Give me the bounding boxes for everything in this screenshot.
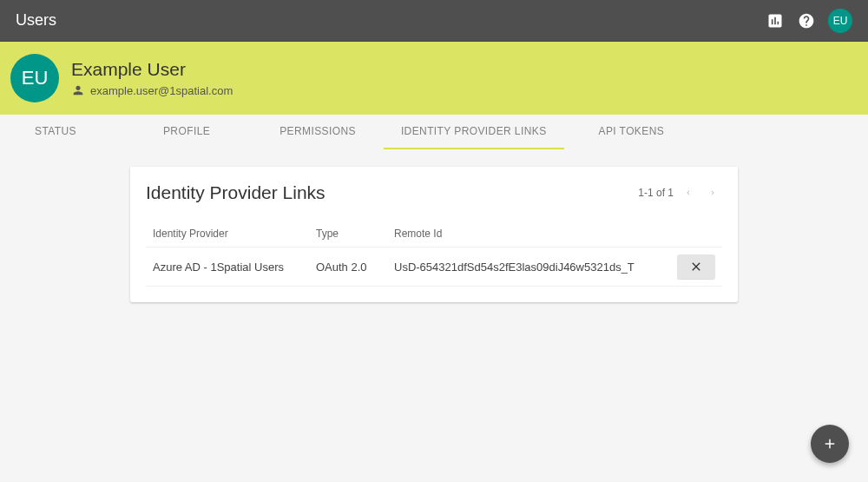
tab-status[interactable]: STATUS [17,115,94,149]
tab-identity-provider-links[interactable]: IDENTITY PROVIDER LINKS [384,115,564,149]
user-info: Example User example.user@1spatial.com [71,59,233,97]
tabs: STATUS PROFILE PERMISSIONS IDENTITY PROV… [0,115,868,149]
cell-remote-id: UsD-654321dfSd54s2fE3las09diJ46w5321ds_T [394,261,670,274]
user-name: Example User [71,59,233,80]
topbar-actions: EU [766,9,852,33]
pagination-text: 1-1 of 1 [638,187,674,199]
prev-page-button[interactable] [679,183,698,202]
content: Identity Provider Links 1-1 of 1 Identit… [0,149,868,302]
add-button[interactable] [811,425,849,463]
table: Identity Provider Type Remote Id Azure A… [130,207,738,302]
person-icon [71,83,85,97]
card-header: Identity Provider Links 1-1 of 1 [130,167,738,207]
close-icon [689,260,703,274]
cell-action [670,254,715,279]
user-avatar-large: EU [10,54,59,102]
header-identity-provider: Identity Provider [153,228,316,240]
delete-link-button[interactable] [677,254,715,279]
user-email-row: example.user@1spatial.com [71,83,233,97]
user-avatar-small[interactable]: EU [828,9,852,33]
card-title: Identity Provider Links [146,182,326,203]
card-identity-provider-links: Identity Provider Links 1-1 of 1 Identit… [130,167,738,302]
tab-api-tokens[interactable]: API TOKENS [582,115,682,149]
tab-permissions[interactable]: PERMISSIONS [262,115,373,149]
cell-type: OAuth 2.0 [316,261,394,274]
tab-profile[interactable]: PROFILE [146,115,227,149]
user-email: example.user@1spatial.com [90,84,233,97]
table-header-row: Identity Provider Type Remote Id [146,221,722,247]
stats-icon[interactable] [766,11,785,30]
page-title: Users [16,11,56,30]
help-icon[interactable] [797,11,816,30]
header-remote-id: Remote Id [394,228,670,240]
header-type: Type [316,228,394,240]
pagination: 1-1 of 1 [638,183,722,202]
user-header: EU Example User example.user@1spatial.co… [0,42,868,115]
header-action [670,228,715,240]
plus-icon [822,436,838,452]
chevron-left-icon [684,188,693,197]
chevron-right-icon [708,188,717,197]
table-row: Azure AD - 1Spatial Users OAuth 2.0 UsD-… [146,247,722,287]
topbar: Users EU [0,0,868,42]
next-page-button[interactable] [703,183,722,202]
cell-identity-provider: Azure AD - 1Spatial Users [153,261,316,274]
